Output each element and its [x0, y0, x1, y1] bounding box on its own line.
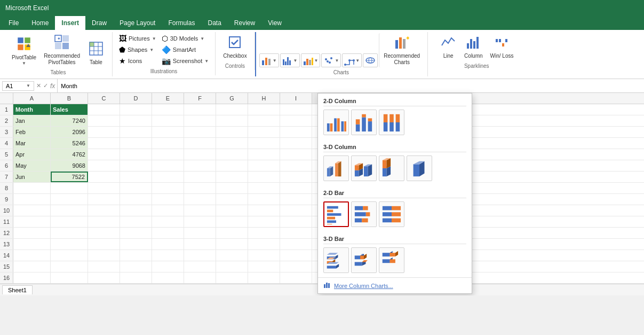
row-header-4[interactable]: 4 — [0, 138, 13, 149]
row-header-5[interactable]: 5 — [0, 149, 13, 160]
line-sparkline-button[interactable]: Line — [436, 33, 460, 61]
col-header-e[interactable]: E — [152, 93, 184, 104]
cell-g6[interactable] — [216, 160, 248, 171]
cell-c1[interactable] — [88, 104, 120, 115]
col-header-c[interactable]: C — [88, 93, 120, 104]
row-header-8[interactable]: 8 — [0, 183, 13, 193]
tab-review[interactable]: Review — [228, 16, 261, 30]
cell-e3[interactable] — [152, 127, 184, 137]
cell-h3[interactable] — [248, 127, 280, 137]
row-header-12[interactable]: 12 — [0, 228, 13, 238]
cell-i1[interactable] — [280, 104, 312, 115]
row-header-16[interactable]: 16 — [0, 272, 13, 283]
cell-c3[interactable] — [88, 127, 120, 137]
recommended-charts-button[interactable]: ✦ RecommendedCharts — [379, 33, 423, 67]
cell-f3[interactable] — [184, 127, 216, 137]
tab-view[interactable]: View — [261, 16, 288, 30]
cell-i2[interactable] — [280, 115, 312, 126]
cell-i7[interactable] — [280, 172, 312, 182]
waterfall-chart-type-button[interactable]: ▼ — [342, 53, 362, 67]
cell-b1[interactable]: Sales — [51, 104, 88, 115]
cell-e7[interactable] — [152, 172, 184, 182]
tab-page-layout[interactable]: Page Layout — [113, 16, 162, 30]
3d-clustered-column-button[interactable] — [323, 155, 349, 181]
cell-a5[interactable]: Apr — [13, 149, 51, 160]
cell-f6[interactable] — [184, 160, 216, 171]
cell-i3[interactable] — [280, 127, 312, 137]
3d-100pct-column-button[interactable] — [379, 155, 404, 181]
cell-b2[interactable]: 7240 — [51, 115, 88, 126]
column-sparkline-button[interactable]: Column — [461, 33, 486, 61]
cell-c6[interactable] — [88, 160, 120, 171]
tab-draw[interactable]: Draw — [85, 16, 113, 30]
row-header-10[interactable]: 10 — [0, 205, 13, 216]
row-header-7[interactable]: 7 — [0, 172, 13, 182]
cell-a6[interactable]: May — [13, 160, 51, 171]
3d-models-button[interactable]: ⬡ 3D Models ▼ — [160, 33, 211, 44]
cell-g2[interactable] — [216, 115, 248, 126]
cell-b4[interactable]: 5246 — [51, 138, 88, 149]
tab-insert[interactable]: Insert — [55, 16, 85, 30]
cell-g5[interactable] — [216, 149, 248, 160]
sheet-tab-1[interactable]: Sheet1 — [2, 285, 33, 294]
column-chart-type-button[interactable]: ▼ — [259, 53, 279, 67]
cell-e6[interactable] — [152, 160, 184, 171]
cell-d3[interactable] — [120, 127, 152, 137]
row-header-3[interactable]: 3 — [0, 127, 13, 137]
cell-g3[interactable] — [216, 127, 248, 137]
col-header-d[interactable]: D — [120, 93, 152, 104]
tab-data[interactable]: Data — [201, 16, 227, 30]
3d-stacked-bar-button[interactable] — [351, 247, 377, 273]
col-header-b[interactable]: B — [51, 93, 88, 104]
row-header-14[interactable]: 14 — [0, 250, 13, 261]
row-header-11[interactable]: 11 — [0, 216, 13, 227]
shapes-button[interactable]: ⬟ Shapes ▼ — [117, 44, 158, 55]
cell-g4[interactable] — [216, 138, 248, 149]
cell-d6[interactable] — [120, 160, 152, 171]
table-button[interactable]: Table — [84, 40, 108, 67]
cell-h6[interactable] — [248, 160, 280, 171]
map-chart-type-button[interactable] — [363, 53, 378, 67]
cell-g1[interactable] — [216, 104, 248, 115]
pie-chart-type-button[interactable]: ▼ — [301, 53, 321, 67]
cell-d2[interactable] — [120, 115, 152, 126]
cell-c4[interactable] — [88, 138, 120, 149]
formula-input[interactable]: Month — [57, 79, 642, 92]
screenshot-button[interactable]: 📷 Screenshot ▼ — [160, 56, 211, 66]
cell-reference-box[interactable]: A1 ▼ — [2, 81, 34, 91]
cell-a3[interactable]: Feb — [13, 127, 51, 137]
tab-home[interactable]: Home — [25, 16, 55, 30]
col-header-f[interactable]: F — [184, 93, 216, 104]
cell-a1[interactable]: Month — [13, 104, 51, 115]
cell-i5[interactable] — [280, 149, 312, 160]
cell-h4[interactable] — [248, 138, 280, 149]
tab-file[interactable]: File — [2, 16, 25, 30]
3d-clustered-bar-button[interactable] — [323, 247, 349, 273]
cell-a2[interactable]: Jan — [13, 115, 51, 126]
cell-d1[interactable] — [120, 104, 152, 115]
cell-d7[interactable] — [120, 172, 152, 182]
icons-button[interactable]: ★ Icons — [117, 56, 158, 66]
100pct-stacked-bar-button[interactable] — [379, 201, 404, 227]
stacked-column-button[interactable] — [351, 110, 377, 135]
cell-f1[interactable] — [184, 104, 216, 115]
cell-f7[interactable] — [184, 172, 216, 182]
pivot-table-button[interactable]: PivotTable ▼ — [9, 35, 39, 67]
cell-e4[interactable] — [152, 138, 184, 149]
cell-e1[interactable] — [152, 104, 184, 115]
row-header-1[interactable]: 1 — [0, 104, 13, 115]
col-header-h[interactable]: H — [248, 93, 280, 104]
row-header-6[interactable]: 6 — [0, 160, 13, 171]
cell-h5[interactable] — [248, 149, 280, 160]
cell-b6[interactable]: 9068 — [51, 160, 88, 171]
cell-c5[interactable] — [88, 149, 120, 160]
col-header-g[interactable]: G — [216, 93, 248, 104]
cell-b7[interactable]: 7522 — [51, 172, 88, 182]
clustered-bar-button[interactable] — [323, 201, 349, 227]
cell-f5[interactable] — [184, 149, 216, 160]
scatter-chart-type-button[interactable]: ▼ — [321, 53, 341, 67]
stacked-bar-button[interactable] — [351, 201, 377, 227]
row-header-13[interactable]: 13 — [0, 239, 13, 250]
cell-h2[interactable] — [248, 115, 280, 126]
3d-single-column-button[interactable] — [407, 155, 432, 181]
